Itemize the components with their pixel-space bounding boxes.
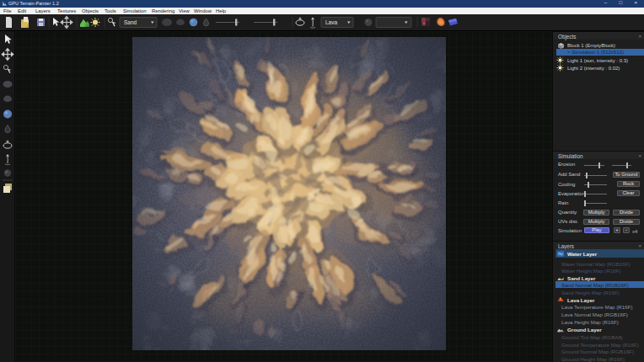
svg-text:Lava: Lava: [325, 19, 337, 25]
svg-text:Sand: Sand: [124, 19, 137, 25]
